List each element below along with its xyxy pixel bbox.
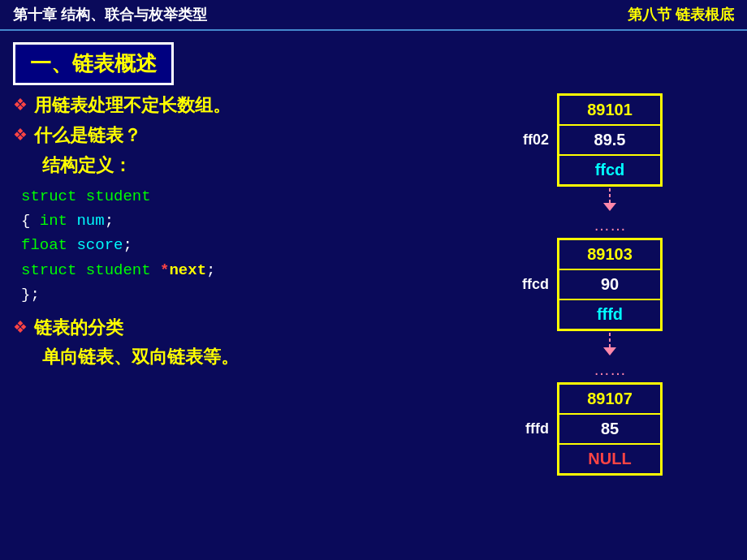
node-cell-null-3: NULL — [559, 444, 661, 474]
type-student-2: student — [86, 261, 160, 279]
svg-marker-3 — [603, 347, 616, 355]
top-bar: 第十章 结构、联合与枚举类型 第八节 链表根底 — [0, 0, 747, 31]
node-addr-3: fffd — [507, 420, 549, 437]
kw-struct-2: struct — [21, 261, 86, 279]
section-title-top: 第八节 链表根底 — [628, 5, 734, 24]
bullet-text-2: 什么是链表？ — [34, 123, 141, 149]
var-score: score — [76, 236, 123, 254]
chapter-title: 第十章 结构、联合与枚举类型 — [13, 5, 207, 24]
var-next: next — [169, 261, 206, 279]
kw-struct-1: struct — [21, 187, 86, 205]
arrow-line-1 — [557, 188, 663, 213]
node-box-1: 89101 89.5 ffcd — [557, 93, 663, 187]
node-cell-next-2: fffd — [559, 299, 661, 330]
type-float: float — [21, 236, 76, 254]
dots-row-2: …… — [507, 360, 734, 379]
bullet-text-1: 用链表处理不定长数组。 — [34, 93, 231, 118]
type-student-1: student — [86, 187, 151, 205]
arrow-1 — [507, 188, 734, 213]
type-int: int — [40, 212, 77, 230]
bullet-item-2: ❖ 什么是链表？ — [13, 123, 490, 149]
arrow-line-2 — [557, 333, 663, 357]
brace-close: }; — [21, 286, 40, 304]
var-num: num — [76, 212, 104, 230]
node-addr-2: ffcd — [507, 276, 549, 293]
node-box-2: 89103 90 fffd — [557, 238, 663, 331]
bullet-item-3: ❖ 链表的分类 — [13, 316, 490, 341]
bullet-sub-text: 单向链表、双向链表等。 — [42, 345, 490, 370]
code-line-2: { int num; — [21, 209, 490, 233]
node-cell-num-1: 89101 — [559, 95, 661, 125]
sub-title: 结构定义： — [42, 153, 490, 178]
code-line-1: struct student — [21, 184, 490, 209]
arrow-svg-2 — [594, 333, 626, 357]
node-addr-1: ff02 — [507, 131, 549, 149]
node-group-3: fffd 89107 85 NULL — [507, 382, 734, 476]
node-group-1: ff02 89101 89.5 ffcd — [507, 93, 734, 187]
arrow-2 — [507, 333, 734, 357]
bullet-icon-2: ❖ — [13, 125, 28, 144]
semi-1: ; — [105, 212, 114, 230]
node-cell-next-1: ffcd — [559, 155, 661, 185]
semi-3: ; — [206, 261, 215, 279]
right-panel: ff02 89101 89.5 ffcd …… ffcd — [507, 93, 734, 477]
ptr-star: * — [160, 261, 169, 279]
main-content: ❖ 用链表处理不定长数组。 ❖ 什么是链表？ 结构定义： struct stud… — [0, 93, 747, 477]
code-line-3: float score; — [21, 233, 490, 257]
node-cell-score-1: 89.5 — [559, 125, 661, 155]
node-cell-num-2: 89103 — [559, 239, 661, 269]
dots-content-1: …… — [557, 216, 663, 235]
arrow-svg-1 — [594, 188, 626, 213]
section-heading: 一、链表概述 — [13, 42, 174, 85]
left-panel: ❖ 用链表处理不定长数组。 ❖ 什么是链表？ 结构定义： struct stud… — [13, 93, 507, 477]
bullet-text-3: 链表的分类 — [34, 316, 123, 341]
node-box-3: 89107 85 NULL — [557, 382, 663, 476]
bullet-text-4: 单向链表、双向链表等。 — [42, 347, 239, 367]
dots-content-2: …… — [557, 360, 663, 379]
code-line-5: }; — [21, 282, 490, 307]
node-cell-score-2: 90 — [559, 269, 661, 299]
bullet-icon-1: ❖ — [13, 95, 28, 114]
code-line-4: struct student *next; — [21, 258, 490, 282]
svg-marker-1 — [603, 203, 616, 211]
node-cell-num-3: 89107 — [559, 384, 661, 414]
node-group-2: ffcd 89103 90 fffd — [507, 238, 734, 331]
bullet-icon-3: ❖ — [13, 317, 28, 337]
semi-2: ; — [123, 236, 132, 254]
bullet-item-1: ❖ 用链表处理不定长数组。 — [13, 93, 490, 118]
bullet-group-3: ❖ 链表的分类 单向链表、双向链表等。 — [13, 316, 490, 371]
node-cell-score-3: 85 — [559, 414, 661, 444]
brace-open: { — [21, 212, 40, 230]
dots-row-1: …… — [507, 216, 734, 235]
code-block: struct student { int num; float score; s… — [21, 184, 490, 308]
